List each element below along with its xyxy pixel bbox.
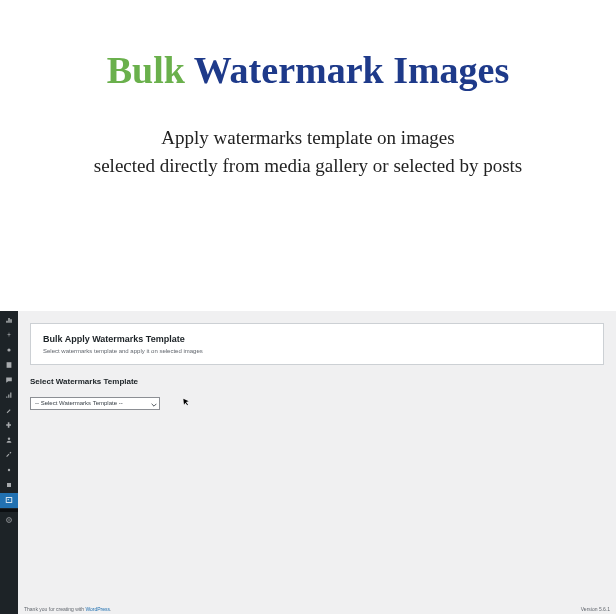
dashboard-icon bbox=[5, 316, 13, 326]
page-icon bbox=[5, 361, 13, 371]
card-title: Bulk Apply Watermarks Template bbox=[43, 334, 591, 344]
footer-thanks: Thank you for creating with WordPress. bbox=[24, 606, 111, 612]
media-icon bbox=[5, 346, 13, 356]
subtitle-line-1: Apply watermarks template on images bbox=[30, 124, 586, 153]
user-icon bbox=[5, 436, 13, 446]
svg-point-0 bbox=[7, 348, 10, 351]
sidebar-item-comments[interactable] bbox=[0, 373, 18, 388]
sidebar-item-settings[interactable] bbox=[0, 463, 18, 478]
svg-point-6 bbox=[8, 499, 9, 500]
plugin-icon bbox=[5, 421, 13, 431]
wrench-icon bbox=[5, 451, 13, 461]
cursor-icon bbox=[182, 392, 190, 400]
sidebar-item-generic[interactable] bbox=[0, 478, 18, 493]
collapse-icon bbox=[5, 516, 13, 526]
svg-rect-5 bbox=[6, 497, 12, 502]
sidebar-item-watermark[interactable] bbox=[0, 493, 18, 508]
sidebar-item-media[interactable] bbox=[0, 343, 18, 358]
sidebar-item-analytics[interactable] bbox=[0, 388, 18, 403]
svg-rect-1 bbox=[7, 362, 12, 368]
title-word-bulk: Bulk bbox=[107, 49, 185, 91]
square-icon bbox=[5, 481, 13, 491]
wp-admin-footer: Thank you for creating with WordPress. V… bbox=[18, 604, 616, 614]
footer-thanks-suffix: . bbox=[110, 606, 111, 612]
pin-icon bbox=[5, 331, 13, 341]
footer-wordpress-link[interactable]: WordPress bbox=[85, 606, 110, 612]
wp-admin-screenshot: Bulk Apply Watermarks Template Select wa… bbox=[0, 311, 616, 614]
sidebar-item-plugins[interactable] bbox=[0, 418, 18, 433]
image-icon bbox=[5, 496, 13, 506]
hero-subtitle: Apply watermarks template on images sele… bbox=[30, 124, 586, 181]
select-wrapper: -- Select Watermarks Template -- bbox=[30, 391, 160, 410]
sidebar-item-dashboard[interactable] bbox=[0, 313, 18, 328]
gear-icon bbox=[5, 466, 13, 476]
title-word-rest: Watermark Images bbox=[194, 49, 510, 91]
intro-card: Bulk Apply Watermarks Template Select wa… bbox=[30, 323, 604, 365]
svg-point-2 bbox=[8, 437, 10, 439]
subtitle-line-2: selected directly from media gallery or … bbox=[30, 152, 586, 181]
watermark-template-select[interactable]: -- Select Watermarks Template -- bbox=[30, 397, 160, 410]
sidebar-separator bbox=[0, 509, 18, 512]
chart-icon bbox=[5, 391, 13, 401]
comment-icon bbox=[5, 376, 13, 386]
svg-rect-4 bbox=[7, 483, 11, 487]
section-label: Select Watermarks Template bbox=[30, 377, 604, 386]
card-description: Select watermarks template and apply it … bbox=[43, 348, 591, 354]
brush-icon bbox=[5, 406, 13, 416]
wp-admin-main: Bulk Apply Watermarks Template Select wa… bbox=[18, 311, 616, 614]
template-select-section: Select Watermarks Template -- Select Wat… bbox=[30, 377, 604, 410]
sidebar-item-appearance[interactable] bbox=[0, 403, 18, 418]
footer-version: Version 5.6.1 bbox=[581, 606, 610, 612]
page-title: Bulk Watermark Images bbox=[30, 50, 586, 92]
sidebar-item-posts[interactable] bbox=[0, 328, 18, 343]
wp-admin-sidebar bbox=[0, 311, 18, 614]
svg-point-3 bbox=[8, 468, 10, 470]
sidebar-item-pages[interactable] bbox=[0, 358, 18, 373]
sidebar-item-users[interactable] bbox=[0, 433, 18, 448]
sidebar-item-tools[interactable] bbox=[0, 448, 18, 463]
footer-thanks-prefix: Thank you for creating with bbox=[24, 606, 85, 612]
sidebar-item-collapse[interactable] bbox=[0, 513, 18, 528]
hero-section: Bulk Watermark Images Apply watermarks t… bbox=[0, 0, 616, 211]
